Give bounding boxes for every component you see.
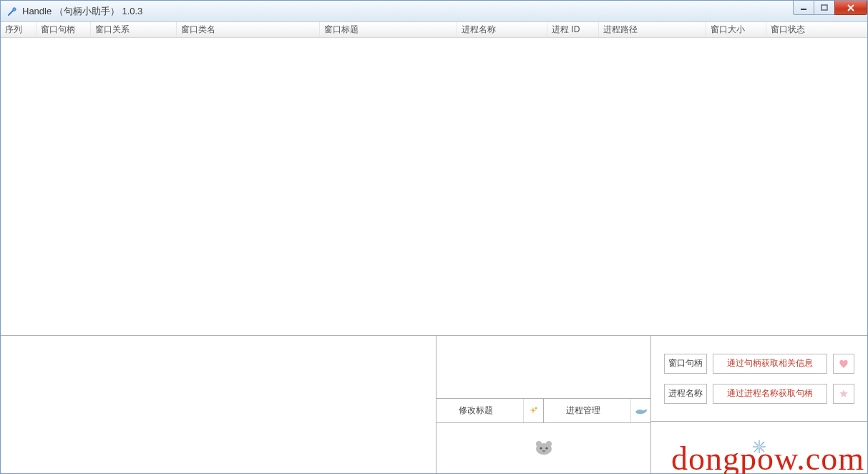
col-seq[interactable]: 序列 bbox=[1, 22, 36, 37]
svg-point-9 bbox=[542, 450, 545, 452]
svg-point-0 bbox=[13, 7, 16, 10]
heart-icon[interactable] bbox=[833, 354, 854, 374]
search-area: 窗口句柄 通过句柄获取相关信息 进程名称 通过进程名称获取句柄 bbox=[651, 336, 867, 422]
window-controls bbox=[794, 1, 867, 15]
whale-icon bbox=[630, 399, 650, 422]
svg-point-7 bbox=[540, 447, 542, 449]
svg-point-8 bbox=[545, 447, 547, 449]
search-by-handle-row: 窗口句柄 通过句柄获取相关信息 bbox=[664, 354, 854, 374]
titlebar[interactable]: Handle （句柄小助手） 1.0.3 bbox=[1, 1, 867, 22]
sparkle-icon bbox=[523, 399, 543, 422]
bottom-mid-blank bbox=[437, 336, 650, 399]
bottom-mid-panel: 修改标题 进程管理 bbox=[437, 336, 651, 473]
table-body[interactable] bbox=[1, 38, 867, 336]
star-icon[interactable] bbox=[833, 384, 854, 404]
modify-title-label: 修改标题 bbox=[437, 405, 516, 417]
svg-point-6 bbox=[536, 443, 552, 455]
minimize-button[interactable] bbox=[793, 1, 814, 15]
col-size[interactable]: 窗口大小 bbox=[706, 22, 766, 37]
modify-title-button[interactable]: 修改标题 bbox=[437, 399, 544, 422]
bottom-panel: 修改标题 进程管理 bbox=[1, 336, 867, 473]
bottom-right-footer bbox=[651, 422, 867, 473]
col-path[interactable]: 进程路径 bbox=[599, 22, 706, 37]
snowflake-icon bbox=[752, 440, 766, 456]
svg-rect-2 bbox=[821, 5, 827, 10]
svg-point-3 bbox=[535, 407, 537, 408]
col-procname[interactable]: 进程名称 bbox=[457, 22, 547, 37]
process-mgmt-label: 进程管理 bbox=[544, 405, 624, 417]
bottom-mid-footer bbox=[437, 423, 650, 473]
app-window: Handle （句柄小助手） 1.0.3 序列 窗口句柄 窗口关系 窗口类名 窗… bbox=[0, 0, 868, 474]
svg-rect-1 bbox=[801, 9, 806, 10]
col-relation[interactable]: 窗口关系 bbox=[91, 22, 177, 37]
search-by-name-row: 进程名称 通过进程名称获取句柄 bbox=[664, 384, 854, 404]
maximize-button[interactable] bbox=[814, 1, 835, 15]
procname-input-label: 进程名称 bbox=[664, 384, 707, 404]
svg-point-14 bbox=[758, 445, 761, 448]
close-button[interactable] bbox=[834, 1, 867, 15]
handle-input-label: 窗口句柄 bbox=[664, 354, 707, 374]
col-title[interactable]: 窗口标题 bbox=[320, 22, 457, 37]
get-info-by-handle-button[interactable]: 通过句柄获取相关信息 bbox=[713, 354, 827, 374]
col-pid[interactable]: 进程 ID bbox=[547, 22, 599, 37]
process-mgmt-button[interactable]: 进程管理 bbox=[544, 399, 651, 422]
window-title: Handle （句柄小助手） 1.0.3 bbox=[22, 5, 142, 18]
app-icon bbox=[6, 6, 18, 17]
bottom-right-panel: 窗口句柄 通过句柄获取相关信息 进程名称 通过进程名称获取句柄 bbox=[651, 336, 867, 473]
get-handle-by-name-button[interactable]: 通过进程名称获取句柄 bbox=[713, 384, 827, 404]
bear-icon bbox=[533, 440, 555, 458]
bottom-mid-actions: 修改标题 进程管理 bbox=[437, 399, 650, 423]
col-handle[interactable]: 窗口句柄 bbox=[36, 22, 91, 37]
col-class[interactable]: 窗口类名 bbox=[177, 22, 320, 37]
bottom-left-panel bbox=[1, 336, 437, 473]
col-state[interactable]: 窗口状态 bbox=[766, 22, 867, 37]
table-header: 序列 窗口句柄 窗口关系 窗口类名 窗口标题 进程名称 进程 ID 进程路径 窗… bbox=[1, 22, 867, 38]
